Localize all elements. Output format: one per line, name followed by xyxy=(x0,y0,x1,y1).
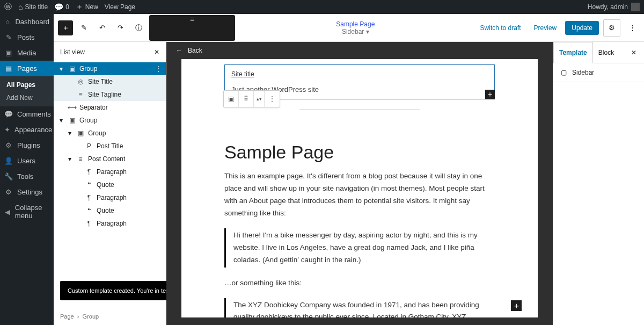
sidebar-label: Posts xyxy=(17,33,35,41)
sidebar-item-dashboard[interactable]: ⌂Dashboard xyxy=(0,14,54,30)
tree-label: Paragraph xyxy=(97,220,127,227)
crumb-page[interactable]: Page xyxy=(60,313,74,320)
quote-block[interactable]: Hi there! I'm a bike messenger by day, a… xyxy=(224,228,495,268)
tree-label: Group xyxy=(88,129,106,137)
paragraph-block[interactable]: …or something like this: xyxy=(224,277,495,290)
tree-label: Site Title xyxy=(88,78,113,85)
tree-item[interactable]: PPost Title xyxy=(54,140,166,153)
settings-toggle-button[interactable]: ⚙ xyxy=(603,19,620,37)
inspector-close-button[interactable]: ✕ xyxy=(624,49,644,56)
appender-button[interactable]: ＋ xyxy=(485,90,495,99)
sidebar-item-users[interactable]: 👤Users xyxy=(0,153,54,169)
undo-button[interactable]: ↶ xyxy=(94,20,109,35)
block-options-button[interactable]: ⋮ xyxy=(265,91,280,107)
view-page-label: View Page xyxy=(105,3,135,11)
listview-toggle-button[interactable]: ≡ xyxy=(149,15,235,41)
site-home-link[interactable]: ⌂Site title xyxy=(18,3,48,11)
twisty-icon[interactable]: ▾ xyxy=(67,129,73,137)
tab-block[interactable]: Block xyxy=(593,42,619,63)
submenu-add-new[interactable]: Add New xyxy=(0,91,54,104)
canvas[interactable]: Site title Just another WordPress site ＋… xyxy=(181,59,538,317)
crumb-group[interactable]: Group xyxy=(83,313,99,320)
doc-title[interactable]: Sample Page xyxy=(235,20,476,28)
tree-item[interactable]: ❝Quote xyxy=(54,204,166,217)
update-button[interactable]: Update xyxy=(565,21,599,35)
sidebar-item-plugins[interactable]: ⚙Plugins xyxy=(0,138,54,153)
tree-label: Paragraph xyxy=(97,194,127,201)
tree-item[interactable]: ▾▣Group⋮ xyxy=(54,62,166,75)
breadcrumb: Page › Group xyxy=(54,308,166,325)
sidebar-item-settings[interactable]: ⚙Settings xyxy=(0,184,54,200)
tab-template[interactable]: Template xyxy=(553,42,593,63)
redo-button[interactable]: ↷ xyxy=(113,20,128,35)
drag-handle[interactable]: ⠿ xyxy=(239,91,254,107)
block-tree: ▾▣Group⋮◎Site Title≡Site Tagline⟷Separat… xyxy=(54,62,166,308)
post-title-block[interactable]: Sample Page xyxy=(224,142,495,163)
sidebar-item-collapse[interactable]: ◀Collapse menu xyxy=(0,200,54,223)
tree-item[interactable]: ¶Paragraph xyxy=(54,165,166,178)
sidebar-label: Pages xyxy=(17,64,37,73)
listview-panel: List view ✕ ▾▣Group⋮◎Site Title≡Site Tag… xyxy=(54,42,166,325)
options-button[interactable]: ⋮ xyxy=(625,20,640,35)
template-selector[interactable]: Sidebar ▾ xyxy=(235,28,476,35)
pages-submenu: All Pages Add New xyxy=(0,76,54,106)
howdy-link[interactable]: Howdy, admin xyxy=(588,3,628,11)
tree-options-button[interactable]: ⋮ xyxy=(155,65,162,73)
tree-item[interactable]: ▾▣Group xyxy=(54,114,166,127)
tree-item[interactable]: ◎Site Title xyxy=(54,75,166,88)
sidebar-label: Collapse menu xyxy=(15,204,49,220)
tree-item[interactable]: ¶Paragraph xyxy=(54,217,166,230)
trailing-appender-button[interactable]: ＋ xyxy=(511,300,522,311)
comments-link[interactable]: 💬0 xyxy=(54,3,69,11)
document: Site title Just another WordPress site ＋… xyxy=(181,59,538,317)
avatar-icon xyxy=(631,3,640,11)
paragraph-block[interactable]: This is an example page. It's different … xyxy=(224,170,495,220)
tools-button[interactable]: ✎ xyxy=(76,20,91,35)
sidebar-item-media[interactable]: ▣Media xyxy=(0,45,54,61)
block-icon: ▣ xyxy=(68,117,76,124)
submenu-all-pages[interactable]: All Pages xyxy=(0,78,54,91)
listview-close-button[interactable]: ✕ xyxy=(154,48,159,56)
main: ⌂Dashboard ✎Posts ▣Media ▤Pages All Page… xyxy=(0,14,644,325)
tree-item[interactable]: ¶Paragraph xyxy=(54,191,166,204)
block-icon: P xyxy=(85,142,93,150)
tree-label: Quote xyxy=(97,181,114,189)
separator-block[interactable] xyxy=(299,109,420,110)
twisty-icon[interactable]: ▾ xyxy=(58,65,64,73)
sidebar-item-comments[interactable]: 💬Comments xyxy=(0,106,54,122)
twisty-icon[interactable]: ▾ xyxy=(67,155,73,163)
tree-label: Site Tagline xyxy=(88,91,121,98)
add-block-button[interactable]: ＋ xyxy=(58,20,73,35)
users-icon: 👤 xyxy=(4,157,13,165)
site-title-block[interactable]: Site title xyxy=(231,70,488,78)
gear-icon: ⚙ xyxy=(609,24,615,32)
tree-item[interactable]: ≡Site Tagline xyxy=(54,88,166,101)
sidebar-item-pages[interactable]: ▤Pages xyxy=(0,61,54,76)
new-link[interactable]: ＋New xyxy=(76,2,98,12)
inspector-tabs: Template Block ✕ xyxy=(553,42,644,63)
block-type-button[interactable]: ▣ xyxy=(224,91,239,107)
template-area-row[interactable]: ▢ Sidebar xyxy=(553,63,644,82)
view-page-link[interactable]: View Page xyxy=(105,3,135,11)
details-button[interactable]: ⓘ xyxy=(131,20,146,35)
mover-buttons[interactable]: ▴▾ xyxy=(254,91,265,107)
quote-block[interactable]: The XYZ Doohickey Company was founded in… xyxy=(224,298,495,318)
tree-item[interactable]: ⟷Separator xyxy=(54,101,166,114)
tree-item[interactable]: ▾▣Group xyxy=(54,127,166,140)
switch-draft-button[interactable]: Switch to draft xyxy=(476,22,525,34)
twisty-icon[interactable]: ▾ xyxy=(58,117,64,124)
redo-icon: ↷ xyxy=(118,24,123,32)
listview-title: List view xyxy=(60,48,85,56)
back-icon[interactable]: ← xyxy=(176,47,182,54)
tree-label: Quote xyxy=(97,207,114,214)
tree-item[interactable]: ▾≡Post Content xyxy=(54,153,166,165)
back-label[interactable]: Back xyxy=(188,47,202,54)
sidebar-item-posts[interactable]: ✎Posts xyxy=(0,30,54,45)
tools-icon: 🔧 xyxy=(4,172,13,180)
media-icon: ▣ xyxy=(4,49,13,57)
tree-item[interactable]: ❝Quote xyxy=(54,178,166,191)
preview-button[interactable]: Preview xyxy=(530,22,561,34)
sidebar-item-appearance[interactable]: ✦Appearance xyxy=(0,122,54,138)
wp-logo[interactable]: ⓦ xyxy=(4,2,12,12)
sidebar-item-tools[interactable]: 🔧Tools xyxy=(0,169,54,184)
